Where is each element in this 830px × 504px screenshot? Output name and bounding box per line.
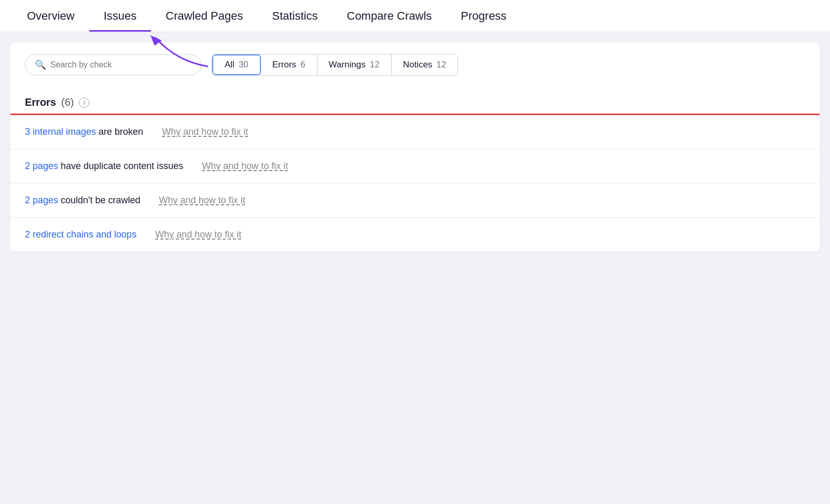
search-input[interactable]: [50, 60, 191, 69]
filter-warnings-button[interactable]: Warnings 12: [317, 54, 392, 75]
errors-title: Errors: [25, 96, 56, 108]
issue-row: 3 internal images are broken Why and how…: [10, 115, 820, 149]
issue-desc-3: couldn't be crawled: [58, 195, 141, 205]
fix-link-1[interactable]: Why and how to fix it: [162, 127, 248, 137]
issue-link-4[interactable]: 2 redirect chains and loops: [25, 229, 136, 240]
issue-row: 2 pages couldn't be crawled Why and how …: [10, 184, 820, 218]
fix-link-4[interactable]: Why and how to fix it: [155, 229, 241, 240]
filter-notices-count: 12: [436, 60, 446, 70]
search-icon: 🔍: [35, 59, 46, 71]
issue-row: 2 pages have duplicate content issues Wh…: [10, 149, 820, 184]
issue-text-2: 2 pages have duplicate content issues: [25, 161, 183, 172]
filter-notices-button[interactable]: Notices 12: [392, 54, 458, 75]
issue-text-3: 2 pages couldn't be crawled: [25, 195, 141, 206]
main-content-panel: 🔍 All 30 Errors 6 Warnings 12 Notices 12: [10, 43, 820, 251]
tab-issues[interactable]: Issues: [89, 0, 151, 32]
info-icon[interactable]: i: [79, 97, 89, 108]
fix-link-2[interactable]: Why and how to fix it: [202, 161, 288, 172]
errors-count: (6): [61, 96, 74, 108]
tab-compare-crawls[interactable]: Compare Crawls: [333, 0, 447, 32]
tab-progress[interactable]: Progress: [446, 0, 521, 32]
issue-text-4: 2 redirect chains and loops: [25, 229, 136, 240]
issue-link-3[interactable]: 2 pages: [25, 195, 58, 205]
search-box[interactable]: 🔍: [25, 54, 201, 75]
filter-buttons-group: All 30 Errors 6 Warnings 12 Notices 12: [212, 54, 458, 76]
filter-all-label: All: [225, 60, 234, 70]
tab-overview[interactable]: Overview: [12, 0, 89, 32]
filter-errors-button[interactable]: Errors 6: [261, 54, 317, 75]
errors-section-header: Errors (6) i: [10, 87, 820, 114]
issue-text-1: 3 internal images are broken: [25, 127, 143, 137]
top-navigation: Overview Issues Crawled Pages Statistics…: [0, 0, 830, 32]
filter-warnings-count: 12: [370, 60, 380, 70]
tab-statistics[interactable]: Statistics: [257, 0, 332, 32]
fix-link-3[interactable]: Why and how to fix it: [159, 195, 245, 206]
filter-bar: 🔍 All 30 Errors 6 Warnings 12 Notices 12: [10, 43, 820, 87]
issue-link-1[interactable]: 3 internal images: [25, 127, 96, 137]
filter-errors-label: Errors: [272, 60, 296, 70]
filter-errors-count: 6: [300, 60, 305, 70]
filter-warnings-label: Warnings: [329, 60, 366, 70]
filter-all-button[interactable]: All 30: [212, 54, 261, 75]
issue-row: 2 redirect chains and loops Why and how …: [10, 218, 820, 251]
issue-link-2[interactable]: 2 pages: [25, 161, 58, 171]
issue-desc-2: have duplicate content issues: [58, 161, 183, 171]
filter-notices-label: Notices: [403, 60, 433, 70]
tab-crawled-pages[interactable]: Crawled Pages: [151, 0, 257, 32]
issue-desc-1: are broken: [96, 127, 143, 137]
filter-all-count: 30: [239, 60, 248, 70]
